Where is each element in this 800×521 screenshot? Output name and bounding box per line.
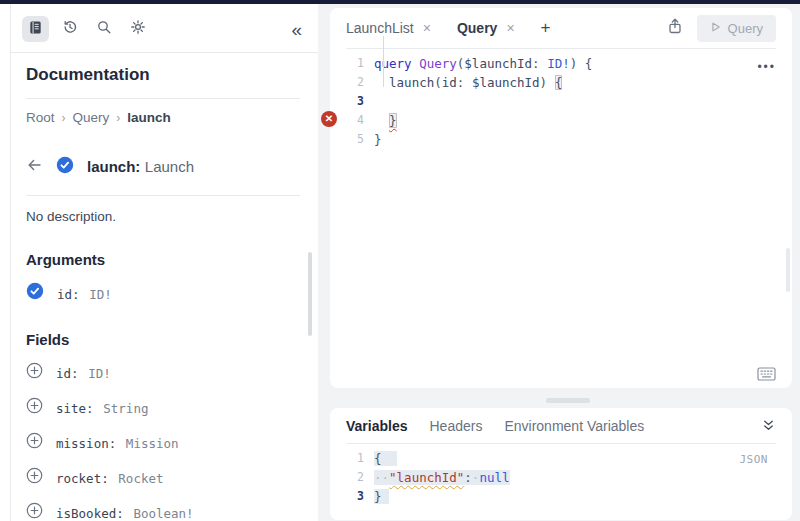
plus-circle-icon[interactable] (26, 362, 43, 383)
plus-circle-icon[interactable] (26, 432, 43, 453)
breadcrumb-current: launch (127, 110, 171, 125)
field-name: site: (56, 401, 94, 416)
field-row[interactable]: mission: Mission (11, 418, 318, 453)
tab-environment-variables[interactable]: Environment Variables (504, 418, 644, 434)
history-tab-button[interactable] (56, 16, 83, 42)
arguments-list: id: ID! (11, 268, 318, 304)
arguments-heading: Arguments (11, 224, 318, 268)
documentation-icon (28, 20, 43, 39)
share-icon (667, 18, 683, 38)
check-circle-icon[interactable] (56, 156, 74, 178)
field-type[interactable]: String (103, 401, 148, 416)
syntax-error-icon: ✕ (321, 111, 337, 127)
check-circle-icon[interactable] (26, 282, 44, 304)
field-type[interactable]: Launch (145, 158, 194, 175)
tab-label: LaunchList (346, 20, 414, 36)
operations-panel: LaunchList × Query × + Query (318, 4, 800, 521)
close-tab-icon[interactable]: × (423, 20, 431, 36)
documentation-tab-button[interactable] (22, 16, 49, 42)
plus-circle-icon[interactable] (26, 467, 43, 488)
run-button-label: Query (728, 21, 763, 36)
plus-circle-icon[interactable] (26, 502, 43, 521)
breadcrumb: Root › Query › launch (11, 99, 318, 137)
history-icon (62, 19, 78, 39)
run-query-button[interactable]: Query (697, 15, 776, 42)
field-type[interactable]: Mission (126, 436, 179, 451)
back-arrow-icon[interactable] (26, 157, 43, 177)
field-description: No description. (11, 196, 318, 224)
keyboard-shortcuts-icon[interactable] (757, 367, 776, 381)
query-editor[interactable]: 1query Query($launchId: ID!) {2 launch(i… (330, 49, 792, 149)
sidebar-scrollbar[interactable] (308, 252, 312, 336)
indent-guide (383, 36, 384, 87)
variables-card: Variables Headers Environment Variables … (330, 408, 792, 520)
search-tab-button[interactable] (90, 16, 117, 42)
share-button[interactable] (667, 18, 683, 38)
field-name: mission: (56, 436, 116, 451)
field-type[interactable]: ID! (88, 366, 111, 381)
new-tab-button[interactable]: + (541, 18, 551, 38)
variables-editor[interactable]: 1{ 2··"launchId":·null3} (330, 444, 792, 506)
documentation-sidebar: « Documentation Root › Query › launch la… (10, 4, 318, 521)
fields-list: id: ID! site: String mission: Mission ro… (11, 348, 318, 521)
fields-heading: Fields (11, 304, 318, 348)
tab-headers[interactable]: Headers (430, 418, 483, 434)
collapse-sidebar-button[interactable]: « (291, 20, 302, 39)
editor-menu-dots[interactable]: ••• (757, 60, 776, 74)
breadcrumb-root[interactable]: Root (26, 110, 55, 125)
breadcrumb-separator: › (62, 111, 66, 125)
field-row[interactable]: rocket: Rocket (11, 453, 318, 488)
settings-tab-button[interactable] (124, 16, 151, 42)
graphql-ide: « Documentation Root › Query › launch la… (0, 0, 800, 521)
field-name: launch: (87, 158, 140, 175)
field-name: rocket: (56, 471, 109, 486)
search-icon (96, 19, 112, 39)
close-tab-icon[interactable]: × (506, 20, 514, 36)
collapse-panel-button[interactable] (761, 418, 776, 433)
field-name: isBooked: (56, 506, 124, 521)
editor-scrollbar[interactable] (786, 248, 790, 292)
sidebar-toolbar: « (11, 4, 318, 52)
operation-tabbar: LaunchList × Query × + Query (330, 8, 792, 48)
tab-variables[interactable]: Variables (346, 418, 408, 434)
window-top-strip (0, 0, 800, 4)
breadcrumb-query[interactable]: Query (73, 110, 110, 125)
sidebar-title: Documentation (11, 53, 318, 98)
tab-label: Query (457, 20, 497, 36)
editor-mode-label: JSON (740, 453, 769, 466)
field-row[interactable]: id: ID! (11, 348, 318, 383)
field-name: id: (56, 366, 79, 381)
play-icon (710, 21, 721, 36)
field-row[interactable]: isBooked: Boolean! (11, 488, 318, 521)
argument-name: id: (57, 287, 80, 302)
selected-field-header: launch: Launch (11, 137, 318, 195)
argument-row[interactable]: id: ID! (11, 268, 318, 304)
tab-query[interactable]: Query × (457, 20, 515, 36)
gear-icon (130, 19, 146, 39)
tab-launchlist[interactable]: LaunchList × (346, 20, 431, 36)
field-type[interactable]: Boolean! (133, 506, 193, 521)
argument-type[interactable]: ID! (89, 287, 112, 302)
breadcrumb-separator: › (116, 111, 120, 125)
plus-circle-icon[interactable] (26, 397, 43, 418)
variables-tabbar: Variables Headers Environment Variables (330, 408, 792, 443)
panel-resize-handle[interactable] (546, 398, 590, 403)
editor-card: LaunchList × Query × + Query (330, 8, 792, 388)
field-row[interactable]: site: String (11, 383, 318, 418)
field-type[interactable]: Rocket (118, 471, 163, 486)
